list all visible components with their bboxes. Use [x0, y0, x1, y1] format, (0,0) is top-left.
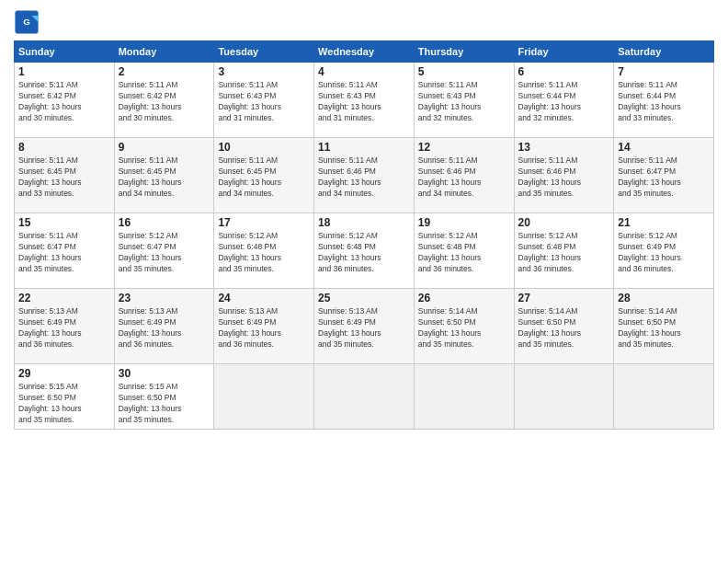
- day-number: 28: [618, 292, 710, 304]
- logo: G: [14, 9, 42, 35]
- calendar-cell: 10Sunrise: 5:11 AM Sunset: 6:45 PM Dayli…: [214, 138, 314, 213]
- day-number: 11: [318, 141, 410, 154]
- weekday-header-thursday: Thursday: [414, 41, 514, 63]
- day-number: 7: [618, 65, 710, 78]
- header: G: [14, 9, 714, 35]
- day-info: Sunrise: 5:14 AM Sunset: 6:50 PM Dayligh…: [618, 306, 710, 350]
- calendar-cell: 28Sunrise: 5:14 AM Sunset: 6:50 PM Dayli…: [614, 289, 714, 364]
- day-number: 12: [418, 141, 510, 154]
- day-info: Sunrise: 5:12 AM Sunset: 6:48 PM Dayligh…: [218, 231, 310, 275]
- calendar-cell: 18Sunrise: 5:12 AM Sunset: 6:48 PM Dayli…: [314, 213, 415, 289]
- day-number: 16: [119, 216, 210, 229]
- weekday-header-saturday: Saturday: [614, 41, 714, 63]
- day-info: Sunrise: 5:12 AM Sunset: 6:48 PM Dayligh…: [318, 231, 410, 275]
- calendar-cell: 21Sunrise: 5:12 AM Sunset: 6:49 PM Dayli…: [614, 213, 714, 289]
- calendar-cell: [314, 364, 415, 430]
- day-number: 2: [119, 65, 210, 78]
- day-number: 30: [119, 367, 210, 380]
- calendar-cell: 23Sunrise: 5:13 AM Sunset: 6:49 PM Dayli…: [114, 289, 214, 364]
- day-number: 8: [18, 141, 110, 154]
- calendar-cell: 9Sunrise: 5:11 AM Sunset: 6:45 PM Daylig…: [114, 138, 214, 213]
- day-number: 15: [18, 216, 110, 229]
- calendar-cell: [514, 364, 614, 430]
- day-info: Sunrise: 5:11 AM Sunset: 6:45 PM Dayligh…: [119, 155, 210, 200]
- day-number: 27: [518, 292, 610, 304]
- calendar-cell: 26Sunrise: 5:14 AM Sunset: 6:50 PM Dayli…: [414, 289, 514, 364]
- day-number: 20: [518, 216, 610, 229]
- day-number: 10: [218, 141, 310, 154]
- day-number: 23: [119, 292, 210, 304]
- weekday-header-tuesday: Tuesday: [214, 41, 314, 63]
- calendar-cell: 29Sunrise: 5:15 AM Sunset: 6:50 PM Dayli…: [15, 364, 115, 430]
- calendar-cell: 4Sunrise: 5:11 AM Sunset: 6:43 PM Daylig…: [314, 63, 415, 138]
- calendar-week-5: 29Sunrise: 5:15 AM Sunset: 6:50 PM Dayli…: [15, 364, 714, 430]
- day-info: Sunrise: 5:12 AM Sunset: 6:49 PM Dayligh…: [618, 231, 710, 275]
- day-number: 29: [18, 367, 110, 380]
- calendar-cell: 15Sunrise: 5:11 AM Sunset: 6:47 PM Dayli…: [15, 213, 115, 289]
- day-info: Sunrise: 5:12 AM Sunset: 6:48 PM Dayligh…: [518, 231, 610, 275]
- calendar-week-2: 8Sunrise: 5:11 AM Sunset: 6:45 PM Daylig…: [15, 138, 714, 213]
- calendar-week-4: 22Sunrise: 5:13 AM Sunset: 6:49 PM Dayli…: [15, 289, 714, 364]
- calendar-table: SundayMondayTuesdayWednesdayThursdayFrid…: [14, 40, 714, 430]
- calendar-cell: 22Sunrise: 5:13 AM Sunset: 6:49 PM Dayli…: [15, 289, 115, 364]
- calendar-cell: [614, 364, 714, 430]
- calendar-cell: 1Sunrise: 5:11 AM Sunset: 6:42 PM Daylig…: [15, 63, 115, 138]
- svg-text:G: G: [23, 17, 30, 27]
- day-info: Sunrise: 5:15 AM Sunset: 6:50 PM Dayligh…: [18, 382, 110, 426]
- day-info: Sunrise: 5:11 AM Sunset: 6:46 PM Dayligh…: [318, 155, 410, 200]
- calendar-cell: 2Sunrise: 5:11 AM Sunset: 6:42 PM Daylig…: [114, 63, 214, 138]
- day-number: 26: [418, 292, 510, 304]
- day-info: Sunrise: 5:11 AM Sunset: 6:43 PM Dayligh…: [318, 80, 410, 124]
- calendar-cell: 30Sunrise: 5:15 AM Sunset: 6:50 PM Dayli…: [114, 364, 214, 430]
- day-number: 17: [218, 216, 310, 229]
- calendar-cell: 6Sunrise: 5:11 AM Sunset: 6:44 PM Daylig…: [514, 63, 614, 138]
- calendar-cell: 20Sunrise: 5:12 AM Sunset: 6:48 PM Dayli…: [514, 213, 614, 289]
- day-number: 22: [18, 292, 110, 304]
- calendar-cell: 16Sunrise: 5:12 AM Sunset: 6:47 PM Dayli…: [114, 213, 214, 289]
- day-number: 1: [18, 65, 110, 78]
- day-number: 3: [218, 65, 310, 78]
- day-info: Sunrise: 5:11 AM Sunset: 6:46 PM Dayligh…: [518, 155, 610, 200]
- day-info: Sunrise: 5:11 AM Sunset: 6:47 PM Dayligh…: [18, 231, 110, 275]
- calendar-week-1: 1Sunrise: 5:11 AM Sunset: 6:42 PM Daylig…: [15, 63, 714, 138]
- calendar-cell: 13Sunrise: 5:11 AM Sunset: 6:46 PM Dayli…: [514, 138, 614, 213]
- calendar-cell: [214, 364, 314, 430]
- day-info: Sunrise: 5:12 AM Sunset: 6:47 PM Dayligh…: [119, 231, 210, 275]
- day-info: Sunrise: 5:13 AM Sunset: 6:49 PM Dayligh…: [318, 306, 410, 350]
- day-info: Sunrise: 5:11 AM Sunset: 6:42 PM Dayligh…: [119, 80, 210, 124]
- weekday-header-wednesday: Wednesday: [314, 41, 415, 63]
- calendar-cell: [414, 364, 514, 430]
- calendar-cell: 19Sunrise: 5:12 AM Sunset: 6:48 PM Dayli…: [414, 213, 514, 289]
- calendar-cell: 14Sunrise: 5:11 AM Sunset: 6:47 PM Dayli…: [614, 138, 714, 213]
- calendar-cell: 17Sunrise: 5:12 AM Sunset: 6:48 PM Dayli…: [214, 213, 314, 289]
- day-number: 24: [218, 292, 310, 304]
- day-info: Sunrise: 5:11 AM Sunset: 6:47 PM Dayligh…: [618, 155, 710, 200]
- day-info: Sunrise: 5:14 AM Sunset: 6:50 PM Dayligh…: [518, 306, 610, 350]
- day-info: Sunrise: 5:11 AM Sunset: 6:45 PM Dayligh…: [18, 155, 110, 200]
- day-info: Sunrise: 5:11 AM Sunset: 6:42 PM Dayligh…: [18, 80, 110, 124]
- calendar-cell: 7Sunrise: 5:11 AM Sunset: 6:44 PM Daylig…: [614, 63, 714, 138]
- page: G SundayMondayTuesdayWednesdayThursdayFr…: [0, 0, 728, 563]
- calendar-cell: 24Sunrise: 5:13 AM Sunset: 6:49 PM Dayli…: [214, 289, 314, 364]
- day-number: 5: [418, 65, 510, 78]
- weekday-header-friday: Friday: [514, 41, 614, 63]
- calendar-cell: 3Sunrise: 5:11 AM Sunset: 6:43 PM Daylig…: [214, 63, 314, 138]
- calendar-cell: 11Sunrise: 5:11 AM Sunset: 6:46 PM Dayli…: [314, 138, 415, 213]
- calendar-week-3: 15Sunrise: 5:11 AM Sunset: 6:47 PM Dayli…: [15, 213, 714, 289]
- day-info: Sunrise: 5:13 AM Sunset: 6:49 PM Dayligh…: [18, 306, 110, 350]
- day-number: 13: [518, 141, 610, 154]
- day-number: 4: [318, 65, 410, 78]
- weekday-header-monday: Monday: [114, 41, 214, 63]
- day-info: Sunrise: 5:11 AM Sunset: 6:45 PM Dayligh…: [218, 155, 310, 200]
- day-info: Sunrise: 5:11 AM Sunset: 6:46 PM Dayligh…: [418, 155, 510, 200]
- day-info: Sunrise: 5:13 AM Sunset: 6:49 PM Dayligh…: [119, 306, 210, 350]
- day-info: Sunrise: 5:14 AM Sunset: 6:50 PM Dayligh…: [418, 306, 510, 350]
- day-info: Sunrise: 5:11 AM Sunset: 6:44 PM Dayligh…: [518, 80, 610, 124]
- day-number: 14: [618, 141, 710, 154]
- weekday-header-sunday: Sunday: [15, 41, 115, 63]
- logo-icon: G: [14, 9, 40, 35]
- day-number: 19: [418, 216, 510, 229]
- day-info: Sunrise: 5:15 AM Sunset: 6:50 PM Dayligh…: [119, 382, 210, 426]
- day-info: Sunrise: 5:12 AM Sunset: 6:48 PM Dayligh…: [418, 231, 510, 275]
- calendar-cell: 8Sunrise: 5:11 AM Sunset: 6:45 PM Daylig…: [15, 138, 115, 213]
